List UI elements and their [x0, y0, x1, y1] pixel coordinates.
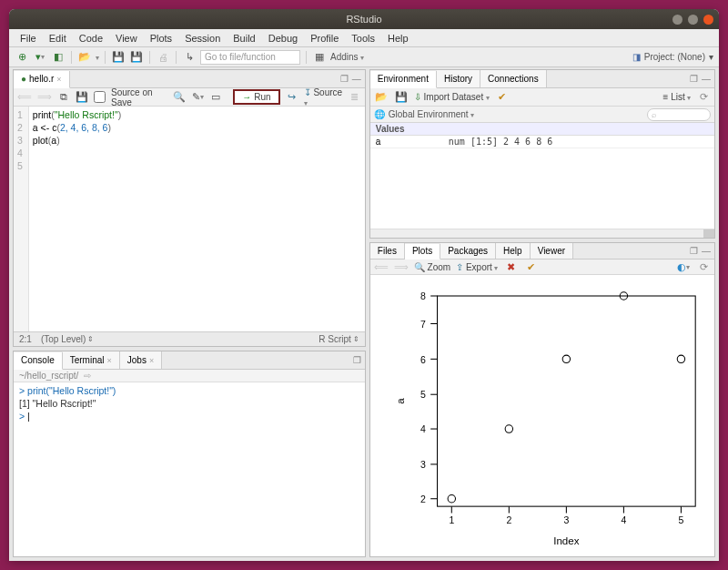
plot-canvas: 2 3 4 5 6 7 8: [370, 275, 714, 556]
run-button[interactable]: → Run: [233, 89, 279, 105]
env-var-value: num [1:5] 2 4 6 8 6: [449, 137, 552, 147]
export-button[interactable]: ⇪ Export: [456, 262, 498, 272]
rerun-icon[interactable]: ↪: [286, 90, 298, 105]
code-body[interactable]: print("Hello Rscript!") a <- c(2, 4, 6, …: [29, 107, 365, 331]
plot-prev-icon[interactable]: ⟸: [374, 260, 389, 274]
new-file-dropdown[interactable]: ▾: [33, 50, 47, 65]
menu-view[interactable]: View: [110, 31, 143, 46]
pane-collapse-icon[interactable]: —: [352, 74, 361, 84]
lang-label[interactable]: R Script: [318, 334, 351, 344]
menu-tools[interactable]: Tools: [346, 31, 380, 46]
source-dropdown-button[interactable]: ↧ Source: [304, 87, 343, 107]
menu-debug[interactable]: Debug: [263, 31, 303, 46]
menu-profile[interactable]: Profile: [305, 31, 344, 46]
svg-text:1: 1: [449, 514, 454, 525]
back-icon[interactable]: ⟸: [17, 90, 32, 105]
outline-icon[interactable]: ≣: [349, 90, 361, 105]
source-tab-hello[interactable]: ● hello.r ×: [14, 71, 70, 88]
import-dataset-button[interactable]: ⇩ Import Dataset: [414, 92, 490, 102]
save-source-icon[interactable]: 💾: [76, 90, 88, 105]
tab-history[interactable]: History: [437, 70, 480, 87]
menu-build[interactable]: Build: [228, 31, 260, 46]
forward-icon[interactable]: ⟹: [37, 90, 52, 105]
addins-button[interactable]: Addins: [330, 52, 364, 62]
close-tab-icon[interactable]: ×: [56, 75, 61, 84]
source-tabs: ● hello.r × ❐ —: [14, 70, 365, 88]
svg-text:6: 6: [420, 354, 426, 365]
project-selector[interactable]: ◨ Project: (None) ▾: [632, 52, 713, 62]
clear-plots-icon[interactable]: ✔: [523, 260, 538, 274]
print-button[interactable]: 🖨: [156, 50, 170, 65]
save-all-button[interactable]: 💾: [129, 50, 144, 65]
menu-code[interactable]: Code: [74, 31, 108, 46]
env-var-name: a: [376, 137, 449, 147]
tab-environment[interactable]: Environment: [370, 71, 437, 88]
save-button[interactable]: 💾: [111, 50, 126, 65]
menu-help[interactable]: Help: [382, 31, 414, 46]
clear-env-icon[interactable]: ✔: [495, 90, 510, 105]
new-file-button[interactable]: ⊕: [15, 50, 29, 65]
pane-popout-icon[interactable]: ❐: [690, 74, 698, 84]
minimize-button[interactable]: [672, 15, 682, 25]
tab-terminal[interactable]: Terminal×: [63, 351, 120, 369]
gutter: 1 2 3 4 5: [14, 107, 29, 331]
env-toolbar: 📂 💾 ⇩ Import Dataset ✔ ≡ List ⟳: [370, 88, 714, 107]
import-icon: ⇩: [414, 92, 421, 102]
menu-session[interactable]: Session: [179, 31, 226, 46]
menu-plots[interactable]: Plots: [145, 31, 177, 46]
menu-file[interactable]: File: [15, 31, 42, 46]
scrollbar-thumb[interactable]: [703, 229, 714, 238]
menu-edit[interactable]: Edit: [44, 31, 72, 46]
save-ws-icon[interactable]: 💾: [394, 90, 409, 105]
publish-icon[interactable]: ◐: [676, 260, 691, 274]
close-button[interactable]: [703, 15, 713, 25]
grid-icon[interactable]: ▦: [312, 50, 327, 65]
new-project-button[interactable]: ◧: [51, 50, 66, 65]
window-controls: [672, 15, 713, 25]
console-tabs: Console Terminal× Jobs× ❐: [14, 351, 365, 370]
source-status: 2:1 (Top Level) ⇕ R Script ⇕: [14, 331, 365, 346]
env-scope-dropdown[interactable]: Global Environment: [389, 109, 474, 119]
open-recent-dropdown[interactable]: [96, 52, 99, 62]
open-file-button[interactable]: 📂: [77, 50, 92, 65]
scope-label[interactable]: (Top Level): [41, 334, 86, 344]
tab-plots[interactable]: Plots: [405, 244, 440, 260]
tab-packages[interactable]: Packages: [440, 243, 496, 259]
plot-next-icon[interactable]: ⟹: [394, 260, 409, 274]
export-icon: ⇪: [456, 262, 463, 272]
compile-report-icon[interactable]: ▭: [209, 90, 222, 105]
code-editor[interactable]: 1 2 3 4 5 print("Hello Rscript!") a <- c…: [14, 107, 365, 331]
wand-icon[interactable]: ✎: [191, 90, 204, 105]
pane-popout-icon[interactable]: ❐: [340, 74, 349, 84]
tab-jobs[interactable]: Jobs×: [120, 351, 162, 369]
load-ws-icon[interactable]: 📂: [374, 90, 389, 105]
refresh-plot-icon[interactable]: ⟳: [696, 260, 711, 274]
zoom-button[interactable]: 🔍 Zoom: [414, 262, 450, 272]
jobs-close-icon[interactable]: ×: [149, 356, 154, 365]
tab-viewer[interactable]: Viewer: [531, 243, 573, 259]
tab-console[interactable]: Console: [14, 352, 63, 370]
maximize-button[interactable]: [688, 15, 698, 25]
pane-popout-icon[interactable]: ❐: [353, 355, 361, 365]
show-in-window-icon[interactable]: ⧉: [57, 90, 70, 105]
env-row-a[interactable]: a num [1:5] 2 4 6 8 6: [370, 136, 714, 148]
pane-popout-icon[interactable]: ❐: [690, 246, 698, 256]
goto-input[interactable]: Go to file/function: [200, 50, 300, 65]
tab-connections[interactable]: Connections: [480, 70, 547, 87]
window-title: RStudio: [346, 14, 381, 25]
tab-help[interactable]: Help: [496, 243, 531, 259]
list-view-toggle[interactable]: ≡ List: [663, 92, 691, 102]
viewer-tabs: Files Plots Packages Help Viewer ❐ —: [370, 243, 714, 260]
pane-collapse-icon[interactable]: —: [702, 246, 711, 256]
refresh-icon[interactable]: ⟳: [696, 90, 711, 105]
tab-files[interactable]: Files: [370, 243, 405, 259]
source-on-save-checkbox[interactable]: [94, 91, 106, 103]
env-search-input[interactable]: ⌕: [647, 108, 711, 121]
console-output[interactable]: > print("Hello Rscript!") [1] "Hello Rsc…: [14, 382, 365, 556]
terminal-close-icon[interactable]: ×: [107, 356, 112, 365]
remove-plot-icon[interactable]: ✖: [503, 260, 518, 274]
pane-collapse-icon[interactable]: —: [702, 74, 711, 84]
svg-text:8: 8: [420, 291, 426, 302]
env-body: Values a num [1:5] 2 4 6 8 6: [370, 123, 714, 229]
find-icon[interactable]: 🔍: [173, 90, 186, 105]
